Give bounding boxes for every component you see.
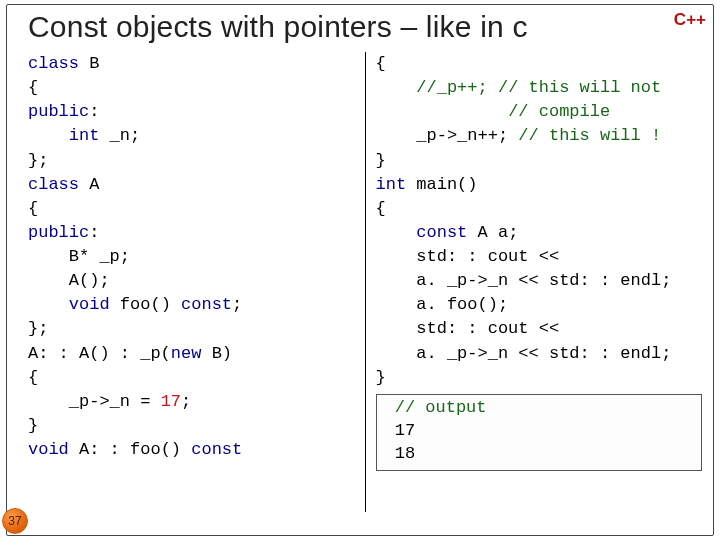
code-text: a. _p->_n << std: : endl; bbox=[376, 271, 672, 290]
code-text: std: : cout << bbox=[376, 247, 560, 266]
code-text: { bbox=[28, 199, 38, 218]
code-text: : bbox=[89, 223, 99, 242]
code-text: A(); bbox=[28, 271, 110, 290]
page-number-badge: 37 bbox=[2, 508, 28, 534]
page-number: 37 bbox=[8, 514, 21, 528]
kw-const: const bbox=[181, 295, 232, 314]
code-text: B) bbox=[201, 344, 232, 363]
kw-const: const bbox=[191, 440, 242, 459]
output-label: // output bbox=[385, 398, 487, 417]
kw-void: void bbox=[28, 440, 69, 459]
language-badge: C++ bbox=[674, 10, 706, 30]
code-text: a. _p->_n << std: : endl; bbox=[376, 344, 672, 363]
kw-int: int bbox=[69, 126, 100, 145]
code-text bbox=[376, 223, 417, 242]
code-text: std: : cout << bbox=[376, 319, 560, 338]
slide: C++ Const objects with pointers – like i… bbox=[0, 0, 720, 540]
kw-int: int bbox=[376, 175, 407, 194]
code-text: A: : foo() bbox=[69, 440, 191, 459]
number-literal: 17 bbox=[161, 392, 181, 411]
kw-public: public bbox=[28, 102, 89, 121]
code-column-left: class B { public: int _n; }; class A { p… bbox=[28, 52, 366, 512]
code-text: ; bbox=[232, 295, 242, 314]
code-text: } bbox=[376, 368, 386, 387]
code-text bbox=[376, 102, 509, 121]
code-text: ; bbox=[181, 392, 191, 411]
code-text: B bbox=[79, 54, 99, 73]
kw-public: public bbox=[28, 223, 89, 242]
code-text: foo() bbox=[110, 295, 181, 314]
code-text: } bbox=[28, 416, 38, 435]
output-line: 17 bbox=[385, 421, 416, 440]
code-text: _n; bbox=[99, 126, 140, 145]
code-text: : bbox=[89, 102, 99, 121]
code-text: { bbox=[376, 199, 386, 218]
code-text bbox=[28, 295, 69, 314]
code-text: { bbox=[376, 54, 386, 73]
kw-class: class bbox=[28, 54, 79, 73]
code-text: A: : A() : _p( bbox=[28, 344, 171, 363]
code-text bbox=[28, 126, 69, 145]
code-text: _p->_n++; bbox=[376, 126, 519, 145]
comment: // compile bbox=[508, 102, 610, 121]
kw-class: class bbox=[28, 175, 79, 194]
code-text: } bbox=[376, 151, 386, 170]
slide-title: Const objects with pointers – like in c bbox=[28, 10, 702, 44]
kw-void: void bbox=[69, 295, 110, 314]
code-text: A bbox=[79, 175, 99, 194]
code-text: }; bbox=[28, 151, 48, 170]
code-text: _p->_n = bbox=[28, 392, 161, 411]
code-text: main() bbox=[406, 175, 477, 194]
code-text bbox=[376, 78, 417, 97]
code-text: A a; bbox=[467, 223, 518, 242]
kw-const: const bbox=[416, 223, 467, 242]
code-text: B* _p; bbox=[28, 247, 130, 266]
code-columns: class B { public: int _n; }; class A { p… bbox=[28, 52, 702, 512]
kw-new: new bbox=[171, 344, 202, 363]
code-text: a. foo(); bbox=[376, 295, 509, 314]
output-line: 18 bbox=[385, 444, 416, 463]
comment: //_p++; // this will not bbox=[416, 78, 661, 97]
code-text: { bbox=[28, 368, 38, 387]
code-column-right: { //_p++; // this will not // compile _p… bbox=[366, 52, 703, 512]
comment: // this will ! bbox=[518, 126, 661, 145]
code-text: { bbox=[28, 78, 38, 97]
code-text: }; bbox=[28, 319, 48, 338]
output-box: // output 17 18 bbox=[376, 394, 703, 471]
